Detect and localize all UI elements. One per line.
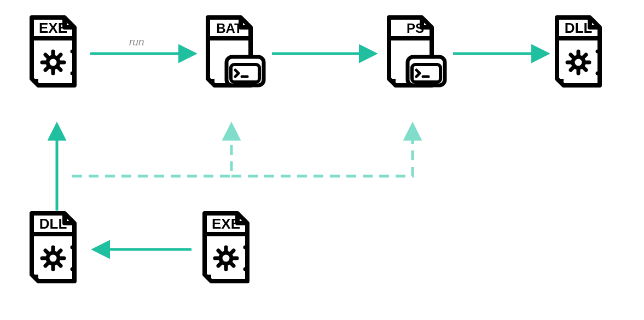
dll-icon: DLL <box>22 211 88 292</box>
node-bat: BAT <box>195 15 271 101</box>
badge-text: BAT <box>216 21 242 36</box>
ps-icon: PS <box>376 15 452 96</box>
svg-point-18 <box>71 267 74 271</box>
badge-text: EXE <box>212 216 240 232</box>
node-license: EXE <box>195 211 260 296</box>
node-mpclient: DLL <box>22 211 88 296</box>
badge-text: PS <box>407 21 424 36</box>
flow-diagram: run EXE BAT PS <box>0 0 644 320</box>
exe-icon: EXE <box>195 211 260 292</box>
node-wdichost: EXE <box>22 15 88 101</box>
svg-point-15 <box>596 50 600 54</box>
edge-drop2 <box>231 125 413 176</box>
svg-point-16 <box>596 72 600 75</box>
svg-point-19 <box>243 246 247 249</box>
exe-icon: EXE <box>22 15 88 96</box>
dll-icon: DLL <box>547 15 613 96</box>
badge-text: EXE <box>39 20 67 36</box>
bat-icon: BAT <box>195 15 271 96</box>
badge-text: DLL <box>39 216 67 232</box>
node-ps1: PS <box>376 15 452 101</box>
svg-point-14 <box>71 72 74 75</box>
edge-drop1 <box>72 125 231 176</box>
svg-point-13 <box>71 50 74 54</box>
badge-text: DLL <box>565 20 593 36</box>
node-msmp4dec: DLL <box>547 15 613 101</box>
edge-label-run1: run <box>129 36 144 48</box>
svg-point-17 <box>71 246 74 249</box>
svg-point-20 <box>243 267 247 271</box>
